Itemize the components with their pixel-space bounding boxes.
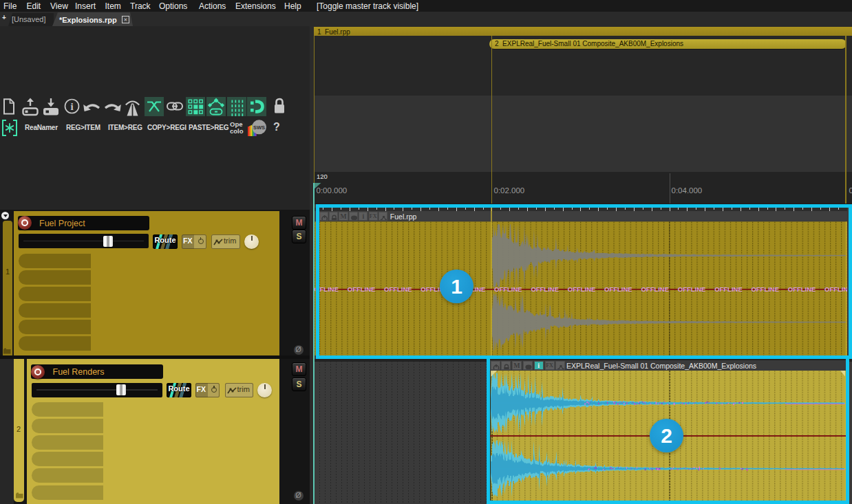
svg-text:i: i [70, 101, 73, 112]
svg-text:SWS: SWS [253, 124, 265, 131]
